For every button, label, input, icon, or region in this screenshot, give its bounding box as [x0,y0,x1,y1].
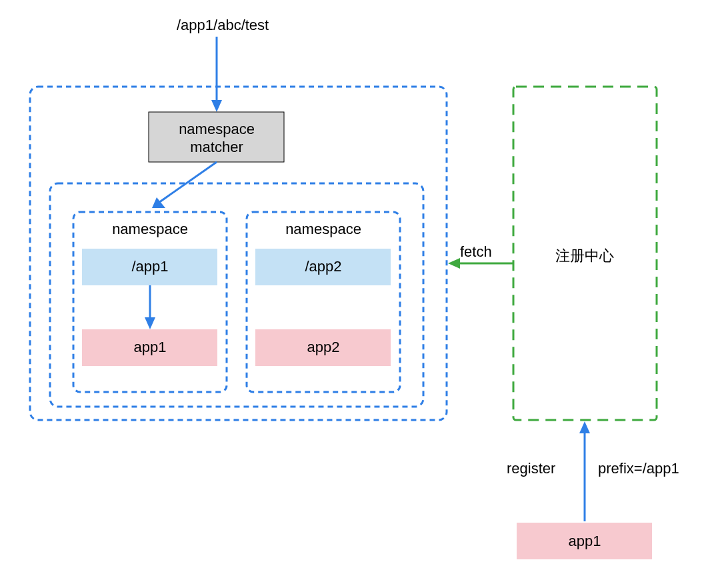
namespace-2-title: namespace [285,221,361,237]
arrow-incoming [211,37,222,112]
svg-text:app1: app1 [569,533,601,549]
arrow-ns1-path-to-app [145,285,155,329]
svg-text:/app1: /app1 [131,258,168,275]
namespace-1-app: app1 [82,329,217,366]
namespace-2-path: /app2 [255,249,391,285]
svg-text:app2: app2 [307,339,340,355]
svg-marker-8 [145,317,155,329]
matcher-line1: namespace [179,121,255,137]
svg-marker-1 [211,100,222,112]
arrow-register [579,421,590,521]
namespace-matcher-box: namespace matcher [149,112,284,162]
svg-marker-16 [448,258,460,269]
svg-text:/app2: /app2 [305,258,341,275]
inner-container [50,183,423,407]
registry-label: 注册中心 [555,247,614,264]
namespace-2-app: app2 [255,329,391,366]
incoming-path-label: /app1/abc/test [177,17,269,33]
svg-text:app1: app1 [134,339,167,355]
matcher-line2: matcher [190,139,243,155]
bottom-app-box: app1 [517,523,652,559]
register-label: register [507,460,555,477]
fetch-label: fetch [460,243,492,260]
namespace-1-path: /app1 [82,249,217,285]
arrow-matcher-to-ns1 [152,162,217,208]
svg-marker-18 [579,421,590,433]
prefix-label: prefix=/app1 [598,460,679,477]
namespace-1-title: namespace [112,221,188,237]
